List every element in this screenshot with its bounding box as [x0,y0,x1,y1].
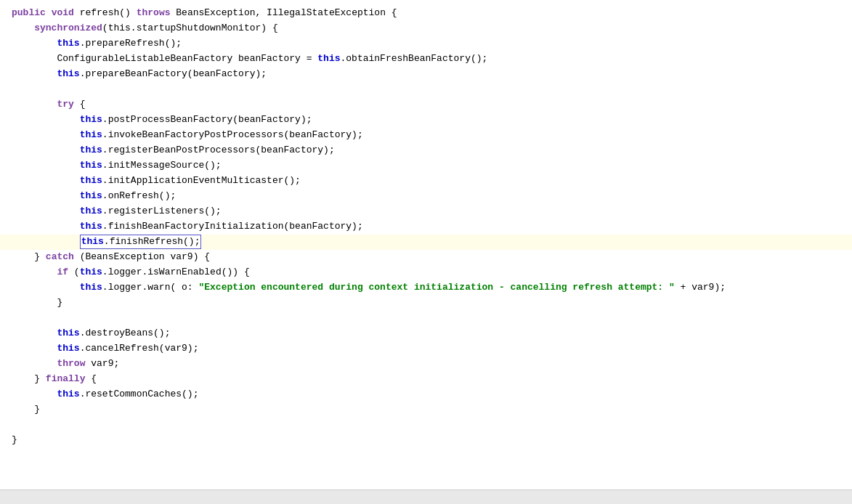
code-token: ( [68,265,80,280]
code-line: } finally { [0,372,852,387]
code-token: this [80,189,102,204]
code-token: this [57,387,79,402]
code-token: } [34,250,46,265]
code-token: this [80,204,102,219]
code-line: this.resetCommonCaches(); [0,387,852,402]
code-line: this.registerBeanPostProcessors(beanFact… [0,143,852,158]
code-token: this [57,67,79,82]
code-token: this [80,158,102,174]
code-line: throw var9; [0,357,852,372]
code-line [0,418,852,433]
code-token: { [74,97,86,113]
code-token: } [34,402,40,418]
code-line: } catch (BeansException var9) { [0,250,852,265]
code-token: + var9); [675,280,726,296]
code-line: this.initMessageSource(); [0,158,852,174]
code-line: synchronized(this.startupShutdownMonitor… [0,21,852,36]
code-token: { [85,372,97,387]
code-token: this [80,280,102,296]
code-token: throw [57,357,85,372]
code-token: var9; [85,357,119,372]
code-line: this.postProcessBeanFactory(beanFactory)… [0,113,852,128]
code-line: this.onRefresh(); [0,189,852,204]
selected-code: this.finishRefresh(); [80,235,202,249]
code-line: this.prepareBeanFactory(beanFactory); [0,67,852,82]
code-line: this.prepareRefresh(); [0,36,852,52]
code-token: refresh() [74,6,137,21]
code-line: this.invokeBeanFactoryPostProcessors(bea… [0,128,852,143]
code-token: .resetCommonCaches(); [80,387,199,402]
code-token: .initMessageSource(); [102,158,222,174]
code-line: if (this.logger.isWarnEnabled()) { [0,265,852,280]
code-token: (this.startupShutdownMonitor) { [102,21,278,36]
code-token: .cancelRefresh(var9); [80,341,199,357]
code-line: this.initApplicationEventMulticaster(); [0,174,852,189]
code-token: this [317,52,340,67]
code-token: "Exception encountered during context in… [198,280,674,296]
code-token: this [80,265,102,280]
code-token: .prepareBeanFactory(beanFactory); [80,67,267,82]
code-token: .postProcessBeanFactory(beanFactory); [102,113,312,128]
code-token: .destroyBeans(); [80,326,171,341]
code-token: try [57,97,73,113]
code-line [0,82,852,97]
code-token: if [57,265,68,280]
code-line: try { [0,97,852,113]
code-line: this.logger.warn( o: "Exception encounte… [0,280,852,296]
code-token: ConfigurableListableBeanFactory beanFact… [57,52,317,67]
code-token: .obtainFreshBeanFactory(); [341,52,488,67]
code-token: .registerListeners(); [102,204,222,219]
code-token: this [80,174,102,189]
code-line: ConfigurableListableBeanFactory beanFact… [0,52,852,67]
code-token: .registerBeanPostProcessors(beanFactory)… [102,143,335,158]
code-line: this.cancelRefresh(var9); [0,341,852,357]
code-token: .invokeBeanFactoryPostProcessors(beanFac… [102,128,363,143]
code-token: .prepareRefresh(); [80,36,182,52]
code-token: .finishBeanFactoryInitialization(beanFac… [102,219,363,235]
code-line: this.destroyBeans(); [0,326,852,341]
code-token: synchronized [34,21,102,36]
code-line [0,311,852,326]
code-line: this.finishBeanFactoryInitialization(bea… [0,219,852,235]
code-line: } [0,433,852,448]
code-token: throws [137,6,171,21]
code-line: this.registerListeners(); [0,204,852,219]
code-token: this [80,113,102,128]
code-line: public void refresh() throws BeansExcept… [0,6,852,21]
code-token: (BeansException var9) { [74,250,210,265]
code-token: .logger.isWarnEnabled()) { [102,265,250,280]
code-token: finally [46,372,86,387]
code-token: this [57,326,79,341]
code-token: .logger.warn( o: [102,280,199,296]
code-token: } [12,433,17,448]
code-token: this [80,143,102,158]
code-token [46,6,52,21]
code-token: } [34,372,46,387]
code-token: void [52,6,74,21]
code-token: this [57,341,79,357]
code-token: .initApplicationEventMulticaster(); [102,174,301,189]
code-editor: public void refresh() throws BeansExcept… [0,0,852,504]
code-token: public [12,6,46,21]
code-line: } [0,402,852,418]
code-token: this [57,36,79,52]
code-line: this.finishRefresh(); [0,235,852,250]
code-token: .onRefresh(); [102,189,176,204]
code-token: BeansException, IllegalStateException { [170,6,397,21]
code-token: } [57,296,62,311]
code-token: catch [46,250,74,265]
code-token: this [80,128,102,143]
code-line: } [0,296,852,311]
code-token: this [80,219,102,235]
status-bar [0,489,852,504]
